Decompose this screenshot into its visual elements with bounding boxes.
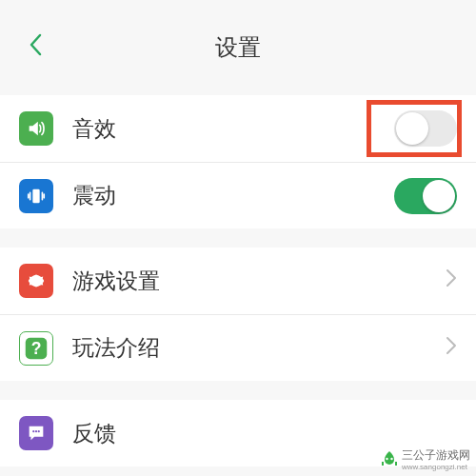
row-howto[interactable]: ? 玩法介绍 [0, 314, 476, 381]
svg-rect-0 [32, 188, 39, 203]
header: 设置 [0, 0, 476, 95]
chevron-right-icon [446, 268, 457, 293]
settings-group-1: 音效 震动 [0, 95, 476, 228]
watermark: 三公子游戏网 www.sangongzi.net [381, 447, 470, 471]
watermark-logo-icon [381, 450, 398, 469]
row-label: 游戏设置 [72, 267, 446, 296]
row-sound[interactable]: 音效 [0, 95, 476, 162]
vibrate-icon [19, 179, 53, 213]
chevron-left-icon [29, 33, 42, 56]
row-label: 音效 [72, 114, 394, 144]
row-game-settings[interactable]: 游戏设置 [0, 248, 476, 314]
watermark-url: www.sangongzi.net [402, 464, 470, 471]
sound-icon [19, 111, 53, 146]
row-label: 反馈 [72, 419, 457, 448]
chevron-right-icon [446, 336, 457, 361]
svg-text:?: ? [31, 339, 42, 358]
vibrate-toggle[interactable] [394, 178, 457, 214]
svg-point-4 [35, 430, 37, 432]
svg-point-3 [32, 430, 34, 432]
page-title: 设置 [215, 32, 261, 63]
back-button[interactable] [19, 28, 51, 69]
sound-toggle[interactable] [394, 110, 457, 147]
svg-point-5 [38, 430, 40, 432]
row-vibrate[interactable]: 震动 [0, 162, 476, 228]
toggle-knob [396, 112, 428, 145]
svg-point-7 [390, 457, 392, 459]
watermark-text: 三公子游戏网 [402, 448, 470, 462]
settings-group-2: 游戏设置 ? 玩法介绍 [0, 248, 476, 381]
row-label: 震动 [72, 181, 394, 210]
help-icon: ? [19, 331, 53, 366]
svg-point-6 [386, 457, 387, 459]
feedback-icon [19, 416, 53, 450]
gear-icon [19, 264, 53, 298]
toggle-knob [423, 180, 455, 212]
row-label: 玩法介绍 [72, 333, 446, 363]
